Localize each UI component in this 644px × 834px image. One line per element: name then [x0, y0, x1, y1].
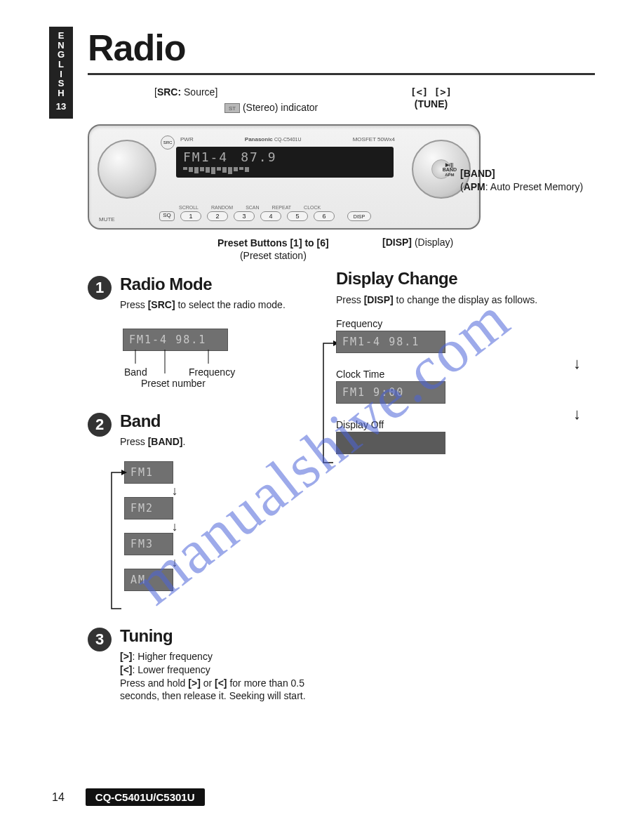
preset-buttons: 1 2 3 4 5 6 DISP [180, 211, 371, 221]
stereo-indicator-icon: ST [224, 103, 240, 113]
language-tab: E N G L I S H 13 [49, 27, 73, 119]
preset-3: 3 [234, 211, 255, 221]
src-button-icon: SRC [161, 135, 175, 150]
page-title: Radio [88, 27, 595, 69]
section-title-radio-mode: Radio Mode [120, 274, 319, 294]
preset-5: 5 [287, 211, 308, 221]
section-band: 2 Band Press [BAND]. FM1 ↓ FM2 ↓ FM3 ↓ A… [88, 411, 319, 608]
preset-1: 1 [180, 211, 201, 221]
arrow-down-icon: ↓ [573, 355, 581, 373]
label-band: Band [124, 366, 147, 378]
label-frequency-step: Frequency [336, 318, 595, 329]
callouts-top: [SRC: Source] ST (Stereo) indicator [<] … [88, 88, 595, 116]
callout-tune: [<] [>] (TUNE) [410, 86, 452, 110]
callout-stereo: ST (Stereo) indicator [224, 102, 318, 113]
lcd-frequency: FM1-4 98.1 [336, 331, 445, 353]
lcd-clock: FM1 9:00 [336, 381, 445, 404]
display-change-chain: Frequency FM1-4 98.1 ↓ Clock Time FM1 9:… [336, 318, 595, 454]
callout-band: [BAND] (APM: Auto Preset Memory) [460, 167, 583, 194]
band-fm2: FM2 [124, 497, 173, 519]
callout-preset: Preset Buttons [1] to [6] (Preset statio… [217, 237, 329, 262]
footer: 14 CQ-C5401U/C5301U [52, 788, 205, 806]
section-title-display-change: Display Change [336, 269, 595, 289]
title-rule [88, 73, 595, 75]
band-chain: FM1 ↓ FM2 ↓ FM3 ↓ AM [124, 461, 208, 591]
lcd-display: FM1-4 87.9 [176, 147, 394, 178]
section-tuning: 3 Tuning [>]: Higher frequency [<]: Lowe… [88, 626, 319, 703]
band-fm3: FM3 [124, 533, 173, 555]
arrow-down-icon: ↓ [141, 560, 208, 566]
label-off-step: Display Off [336, 419, 595, 430]
section-title-tuning: Tuning [120, 626, 319, 646]
eq-bars-icon [183, 167, 387, 174]
lcd-off [336, 432, 445, 454]
pwr-label: PWR [180, 136, 194, 143]
band-button-label: ▶/|| BAND APM [443, 162, 457, 177]
step-2-icon: 2 [88, 413, 112, 437]
label-clock-step: Clock Time [336, 369, 595, 380]
band-am: AM [124, 569, 173, 591]
label-frequency: Frequency [189, 366, 235, 378]
callout-src: [SRC: Source] [154, 86, 217, 98]
lcd-example-radio-mode: FM1-4 98.1 [123, 329, 228, 351]
sq-button: SQ [159, 211, 175, 221]
section-radio-mode: 1 Radio Mode Press [SRC] to select the r… [88, 274, 319, 393]
arrow-down-icon: ↓ [141, 488, 208, 494]
mosfet-label: MOSFET 50Wx4 [353, 136, 395, 143]
mute-label: MUTE [99, 216, 115, 223]
arrow-down-icon: ↓ [573, 405, 581, 423]
disp-button: DISP [347, 211, 371, 221]
page-number: 14 [52, 791, 65, 804]
model-badge: CQ-C5401U/C5301U [86, 788, 205, 806]
preset-2: 2 [207, 211, 228, 221]
section-title-band: Band [120, 411, 319, 431]
preset-under-labels: SCROLL RANDOM SCAN REPEAT CLOCK [179, 205, 321, 210]
brand-label: Panasonic CQ-C5401U [245, 136, 302, 143]
preset-4: 4 [260, 211, 281, 221]
label-preset-number: Preset number [141, 378, 206, 389]
preset-6: 6 [314, 211, 335, 221]
stereo-unit-illustration: SRC PWR Panasonic CQ-C5401U MOSFET 50Wx4… [88, 124, 481, 230]
volume-knob [98, 140, 156, 199]
callouts-bottom: Preset Buttons [1] to [6] (Preset statio… [88, 237, 595, 265]
step-3-icon: 3 [88, 628, 112, 651]
arrow-down-icon: ↓ [141, 524, 208, 530]
callout-disp: [DISP] (Display) [382, 237, 453, 248]
step-1-icon: 1 [88, 276, 112, 300]
band-fm1: FM1 [124, 461, 173, 484]
